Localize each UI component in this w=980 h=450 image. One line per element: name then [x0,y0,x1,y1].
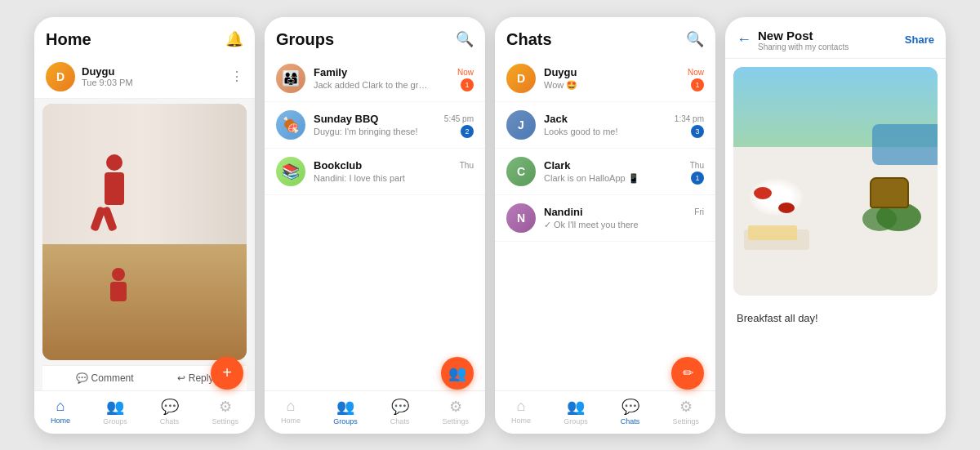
groups-screen: Groups 🔍 👨‍👩‍👧 Family Now Jack added Cla… [265,17,485,434]
groups-icon: 👥 [106,398,124,416]
group-name: Bookclub [314,159,362,172]
home-screen: Home 🔔 D Duygu Tue 9:03 PM ⋮ [34,17,255,434]
food-scene [733,67,938,296]
back-icon[interactable]: ← [737,31,751,48]
newpost-title: New Post [758,29,905,42]
chats-header: Chats 🔍 [495,17,715,56]
unread-badge: 1 [461,78,474,91]
groups-bottom-nav: ⌂ Home 👥 Groups 💬 Chats ⚙ Settings [265,390,485,434]
group-name: Family [314,66,347,78]
post-image [42,104,247,360]
chat-item-clark[interactable]: C Clark Thu Clark is on HalloApp 📱 1 [495,149,715,195]
nav-settings-label: Settings [212,417,238,425]
cheese [748,225,797,240]
search-icon[interactable]: 🔍 [686,30,704,48]
contact-info: D Duygu Tue 9:03 PM [46,62,133,91]
chat-header: Jack 1:34 pm [544,113,704,125]
chat-content: Jack 1:34 pm Looks good to me! [544,113,704,136]
newpost-image [733,67,938,296]
nav-chats[interactable]: 💬 Chats [154,398,186,425]
group-time: Now [457,68,474,77]
group-message: Duygu: I'm bringing these! [314,127,428,136]
floor [42,244,247,359]
caption: Breakfast all day! [725,304,946,332]
chat-item-duygu[interactable]: D Duygu Now Wow 🤩 1 [495,56,715,102]
chat-time: Fri [694,207,704,216]
group-header: Bookclub Thu [314,159,474,172]
post-image-sim [42,104,247,360]
chat-item-jack[interactable]: J Jack 1:34 pm Looks good to me! 3 [495,102,715,149]
chats-title: Chats [506,30,552,49]
groups-icon: 👥 [567,398,585,416]
add-fab[interactable]: + [211,357,243,390]
nav-groups-label: Groups [103,417,127,425]
chat-time: Thu [690,161,704,170]
group-item-bookclub[interactable]: 📚 Bookclub Thu Nandini: I love this part [265,149,485,195]
nav-chats[interactable]: 💬 Chats [614,398,647,425]
chats-icon: 💬 [621,398,639,416]
chat-header: Clark Thu [544,159,704,172]
nav-settings[interactable]: ⚙ Settings [435,398,475,425]
groups-list: 👨‍👩‍👧 Family Now Jack added Clark to the… [265,56,485,390]
group-item-bbq[interactable]: 🍖 Sunday BBQ 5:45 pm Duygu: I'm bringing… [265,102,485,149]
nav-chats-label: Chats [390,417,410,425]
nav-groups[interactable]: 👥 Groups [557,398,595,425]
cucumber2 [862,207,897,231]
chat-content: Clark Thu Clark is on HalloApp 📱 [544,159,704,184]
chats-bottom-nav: ⌂ Home 👥 Groups 💬 Chats ⚙ Settings [495,390,715,434]
unread-badge: 3 [691,125,704,138]
chat-message: Clark is on HalloApp 📱 [544,173,658,184]
nav-groups[interactable]: 👥 Groups [96,398,134,425]
group-content: Bookclub Thu Nandini: I love this part [314,159,474,183]
chats-screen: Chats 🔍 D Duygu Now Wow 🤩 1 J [495,17,715,434]
settings-icon: ⚙ [679,398,693,416]
contact-time: Tue 9:03 PM [82,78,133,87]
search-icon[interactable]: 🔍 [456,30,474,48]
nav-settings[interactable]: ⚙ Settings [666,398,706,425]
comment-icon: 💬 [76,372,88,384]
nav-home-label: Home [281,417,301,425]
newpost-subtitle: Sharing with my contacts [758,42,905,51]
chat-item-nandini[interactable]: N Nandini Fri ✓ Ok I'll meet you there [495,195,715,242]
groups-fab[interactable]: 👥 [441,357,474,390]
chats-icon: 💬 [391,398,409,416]
avatar: D [46,62,75,91]
comment-button[interactable]: 💬 Comment [76,372,134,384]
nav-home[interactable]: ⌂ Home [505,398,537,425]
unread-badge: 2 [461,125,474,138]
group-item-family[interactable]: 👨‍👩‍👧 Family Now Jack added Clark to the… [265,56,485,102]
chat-name: Jack [544,113,568,125]
reply-button[interactable]: ↩ Reply [177,372,214,384]
avatar: 📚 [276,157,305,186]
chat-name: Nandini [544,206,583,218]
nav-home[interactable]: ⌂ Home [274,398,307,425]
nav-chats[interactable]: 💬 Chats [384,398,416,425]
more-icon[interactable]: ⋮ [230,69,243,84]
avatar: 🍖 [276,110,305,140]
nav-home[interactable]: ⌂ Home [44,398,77,425]
settings-icon: ⚙ [219,398,232,416]
figure-2 [104,268,132,309]
nav-groups-label: Groups [564,417,588,425]
nav-groups[interactable]: 👥 Groups [327,398,364,425]
nav-settings[interactable]: ⚙ Settings [205,398,245,425]
avatar: J [506,110,536,140]
chat-message: Looks good to me! [544,127,658,136]
avatar: 👨‍👩‍👧 [276,64,305,93]
bell-icon[interactable]: 🔔 [225,30,243,48]
home-bottom-nav: ⌂ Home 👥 Groups 💬 Chats ⚙ Settings [34,390,255,434]
contact-name: Duygu [82,65,133,78]
avatar: C [506,157,536,186]
nav-chats-label: Chats [160,417,180,425]
group-name: Sunday BBQ [314,113,378,125]
tomato2 [778,203,795,213]
group-message: Nandini: I love this part [314,173,428,183]
chat-content: Nandini Fri ✓ Ok I'll meet you there [544,206,704,230]
compose-fab[interactable]: ✏ [671,357,704,390]
group-time: 5:45 pm [444,114,474,123]
home-header: Home 🔔 [34,17,255,56]
nav-home-label: Home [51,417,70,425]
group-content: Family Now Jack added Clark to the group [314,66,474,90]
chat-header: Nandini Fri [544,206,704,218]
share-button[interactable]: Share [905,33,934,46]
